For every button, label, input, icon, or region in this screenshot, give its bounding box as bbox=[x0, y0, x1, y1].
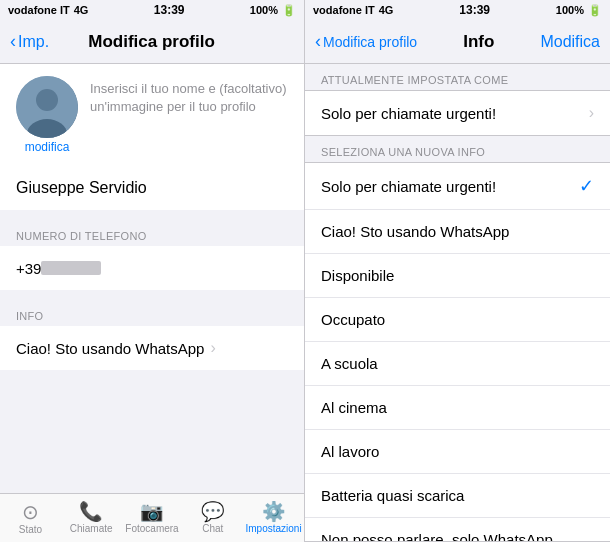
option-item-4[interactable]: A scuola bbox=[305, 342, 610, 386]
battery-level-right: 100% bbox=[556, 4, 584, 16]
phone-item: +39 bbox=[0, 246, 304, 290]
status-bar-left: vodafone IT 4G 13:39 100% 🔋 bbox=[0, 0, 304, 20]
back-label-left: Imp. bbox=[18, 33, 49, 51]
page-title-right: Info bbox=[463, 32, 494, 52]
new-section-header: SELEZIONA UNA NUOVA INFO bbox=[305, 136, 610, 162]
tab-stato[interactable]: ⊙ Stato bbox=[0, 498, 61, 539]
phone-section: +39 bbox=[0, 246, 304, 290]
current-info-arrow-icon: › bbox=[589, 104, 594, 122]
phone-number-blurred bbox=[41, 261, 101, 275]
option-text-1: Ciao! Sto usando WhatsApp bbox=[321, 223, 594, 240]
carrier-info-right: vodafone IT 4G bbox=[313, 4, 393, 16]
option-text-0: Solo per chiamate urgenti! bbox=[321, 178, 579, 195]
back-label-right: Modifica profilo bbox=[323, 34, 417, 50]
back-button-right[interactable]: ‹ Modifica profilo bbox=[315, 31, 417, 52]
stato-icon: ⊙ bbox=[22, 502, 39, 522]
tab-chat[interactable]: 💬 Chat bbox=[182, 498, 243, 538]
profile-instruction: Inserisci il tuo nome e (facoltativo) un… bbox=[90, 76, 288, 116]
phone-value: +39 bbox=[16, 260, 41, 277]
battery-info-right: 100% 🔋 bbox=[556, 4, 602, 17]
checkmark-icon-0: ✓ bbox=[579, 175, 594, 197]
left-panel: vodafone IT 4G 13:39 100% 🔋 ‹ Imp. Modif… bbox=[0, 0, 305, 542]
tab-stato-label: Stato bbox=[19, 524, 42, 535]
chat-icon: 💬 bbox=[201, 502, 225, 521]
left-spacer bbox=[0, 370, 304, 493]
tab-fotocamera[interactable]: 📷 Fotocamera bbox=[122, 498, 183, 538]
name-item: Giuseppe Servidio bbox=[0, 166, 304, 210]
option-text-4: A scuola bbox=[321, 355, 594, 372]
time-left: 13:39 bbox=[154, 3, 185, 17]
option-text-8: Non posso parlare, solo WhatsApp bbox=[321, 531, 594, 542]
option-item-0[interactable]: Solo per chiamate urgenti! ✓ bbox=[305, 163, 610, 210]
back-button-left[interactable]: ‹ Imp. bbox=[10, 31, 49, 52]
nav-bar-right: ‹ Modifica profilo Info Modifica bbox=[305, 20, 610, 64]
options-section: Solo per chiamate urgenti! ✓ Ciao! Sto u… bbox=[305, 162, 610, 542]
info-arrow-icon: › bbox=[210, 339, 215, 357]
battery-icon-left: 🔋 bbox=[282, 4, 296, 17]
carrier-name-right: vodafone IT bbox=[313, 4, 375, 16]
option-text-2: Disponibile bbox=[321, 267, 594, 284]
option-item-3[interactable]: Occupato bbox=[305, 298, 610, 342]
option-item-6[interactable]: Al lavoro bbox=[305, 430, 610, 474]
option-item-7[interactable]: Batteria quasi scarica bbox=[305, 474, 610, 518]
impostazioni-icon: ⚙️ bbox=[262, 502, 286, 521]
network-type-right: 4G bbox=[379, 4, 394, 16]
modifica-button-right[interactable]: Modifica bbox=[540, 33, 600, 51]
tab-bar: ⊙ Stato 📞 Chiamate 📷 Fotocamera 💬 Chat ⚙… bbox=[0, 493, 304, 542]
back-chevron-right: ‹ bbox=[315, 31, 321, 52]
option-text-5: Al cinema bbox=[321, 399, 594, 416]
current-info-item[interactable]: Solo per chiamate urgenti! › bbox=[305, 91, 610, 135]
option-item-8[interactable]: Non posso parlare, solo WhatsApp bbox=[305, 518, 610, 542]
carrier-name-left: vodafone IT bbox=[8, 4, 70, 16]
user-name: Giuseppe Servidio bbox=[16, 179, 147, 197]
option-text-7: Batteria quasi scarica bbox=[321, 487, 594, 504]
tab-chiamate-label: Chiamate bbox=[70, 523, 113, 534]
time-right: 13:39 bbox=[459, 3, 490, 17]
tab-chiamate[interactable]: 📞 Chiamate bbox=[61, 498, 122, 538]
tab-impostazioni-label: Impostazioni bbox=[246, 523, 302, 534]
fotocamera-icon: 📷 bbox=[140, 502, 164, 521]
info-section-label: INFO bbox=[16, 310, 43, 322]
right-panel: vodafone IT 4G 13:39 100% 🔋 ‹ Modifica p… bbox=[305, 0, 610, 542]
option-text-3: Occupato bbox=[321, 311, 594, 328]
info-group-header: INFO bbox=[0, 290, 304, 326]
info-section: Ciao! Sto usando WhatsApp › bbox=[0, 326, 304, 370]
modifica-link[interactable]: modifica bbox=[25, 140, 70, 154]
option-text-6: Al lavoro bbox=[321, 443, 594, 460]
option-item-1[interactable]: Ciao! Sto usando WhatsApp bbox=[305, 210, 610, 254]
phone-section-label: NUMERO DI TELEFONO bbox=[16, 230, 147, 242]
carrier-info-left: vodafone IT 4G bbox=[8, 4, 88, 16]
nav-bar-left: ‹ Imp. Modifica profilo bbox=[0, 20, 304, 64]
network-type-left: 4G bbox=[74, 4, 89, 16]
tab-impostazioni[interactable]: ⚙️ Impostazioni bbox=[243, 498, 304, 538]
name-section: Giuseppe Servidio bbox=[0, 166, 304, 210]
phone-group-header: NUMERO DI TELEFONO bbox=[0, 210, 304, 246]
current-section-header: ATTUALMENTE IMPOSTATA COME bbox=[305, 64, 610, 90]
page-title-left: Modifica profilo bbox=[88, 32, 215, 52]
tab-chat-label: Chat bbox=[202, 523, 223, 534]
avatar-image bbox=[16, 76, 78, 138]
info-item[interactable]: Ciao! Sto usando WhatsApp › bbox=[0, 326, 304, 370]
battery-icon-right: 🔋 bbox=[588, 4, 602, 17]
option-item-2[interactable]: Disponibile bbox=[305, 254, 610, 298]
info-value: Ciao! Sto usando WhatsApp bbox=[16, 340, 204, 357]
tab-fotocamera-label: Fotocamera bbox=[125, 523, 178, 534]
battery-info-left: 100% 🔋 bbox=[250, 4, 296, 17]
avatar-container: modifica bbox=[16, 76, 78, 154]
current-info-text: Solo per chiamate urgenti! bbox=[321, 105, 589, 122]
svg-point-1 bbox=[36, 89, 58, 111]
current-info-section: Solo per chiamate urgenti! › bbox=[305, 90, 610, 136]
option-item-5[interactable]: Al cinema bbox=[305, 386, 610, 430]
profile-section: modifica Inserisci il tuo nome e (facolt… bbox=[0, 64, 304, 166]
chiamate-icon: 📞 bbox=[79, 502, 103, 521]
status-bar-right: vodafone IT 4G 13:39 100% 🔋 bbox=[305, 0, 610, 20]
avatar[interactable] bbox=[16, 76, 78, 138]
back-chevron-left: ‹ bbox=[10, 31, 16, 52]
battery-level-left: 100% bbox=[250, 4, 278, 16]
